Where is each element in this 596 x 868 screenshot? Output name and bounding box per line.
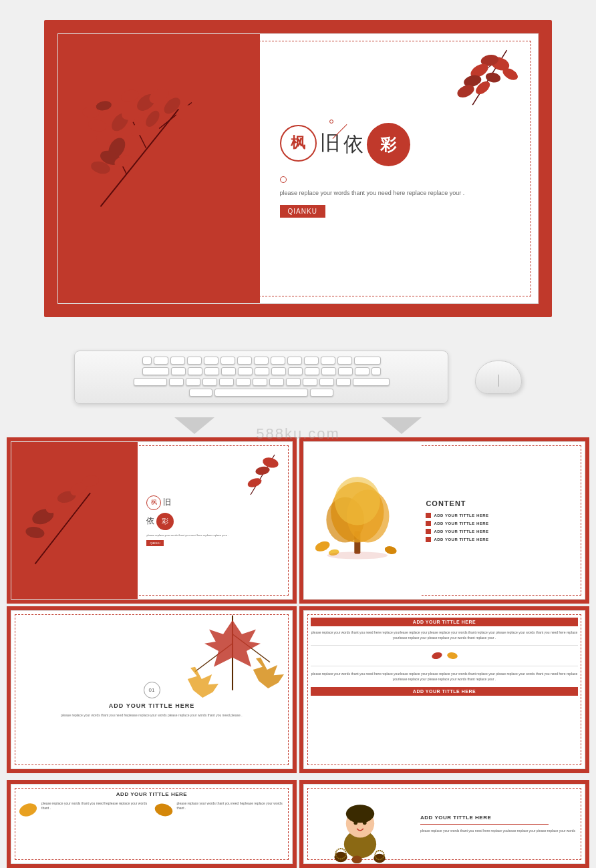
svg-point-36 bbox=[25, 525, 45, 539]
bottom-right-desc: please replace your words thant you need… bbox=[420, 828, 581, 833]
content-item-3: ADD YOUR TITTLE HERE bbox=[426, 529, 581, 534]
char-yi: 依 bbox=[343, 131, 363, 158]
svg-point-64 bbox=[353, 821, 357, 825]
bottom-slide-right[interactable]: ADD YOUR TITTLE HERE please replace your… bbox=[299, 780, 589, 868]
content-item-2: ADD YOUR TITTLE HERE bbox=[426, 521, 581, 526]
svg-point-50 bbox=[327, 552, 388, 559]
content-title: CONTENT bbox=[426, 499, 581, 507]
svg-point-63 bbox=[346, 805, 374, 823]
content-item-2-text: ADD YOUR TITTLE HERE bbox=[434, 521, 488, 525]
thumb-slide-1[interactable]: 枫 旧 依 彩 please replace your words thant … bbox=[7, 437, 297, 604]
bottom-slide-left[interactable]: ADD YOUR TITTLE HERE please replace your… bbox=[7, 780, 297, 868]
text-slide-body-2: please replace your words thant you need… bbox=[311, 671, 578, 682]
content-item-1: ADD YOUR TITTLE HERE bbox=[426, 513, 581, 518]
content-item-4-text: ADD YOUR TITTLE HERE bbox=[434, 537, 488, 541]
svg-point-65 bbox=[363, 821, 367, 825]
content-item-1-text: ADD YOUR TITTLE HERE bbox=[434, 513, 488, 517]
mouse bbox=[475, 361, 522, 394]
bottom-left-desc2: please replace your words thant you need… bbox=[177, 801, 286, 811]
svg-point-60 bbox=[154, 803, 174, 817]
thumb-slide-3[interactable]: 01 ADD YOUR TITTLE HERE please replace y… bbox=[7, 606, 297, 773]
svg-point-59 bbox=[18, 803, 38, 817]
main-preview-container: 枫 旧 依 彩 please replace your bbox=[44, 20, 552, 317]
thumb1-subtitle: please replace your words thant you need… bbox=[146, 533, 285, 537]
svg-point-47 bbox=[314, 539, 331, 554]
content-item-4: ADD YOUR TITTLE HERE bbox=[426, 537, 581, 542]
thumb1-btn: QIANKU bbox=[146, 540, 163, 546]
svg-point-12 bbox=[120, 88, 140, 104]
slides-grid: 枫 旧 依 彩 please replace your words thant … bbox=[0, 437, 596, 780]
chinese-title: 枫 旧 依 彩 bbox=[280, 120, 518, 166]
connector-triangles bbox=[0, 417, 596, 434]
svg-point-58 bbox=[446, 652, 458, 660]
text-slide-body-1: please replace your words thant you need… bbox=[311, 630, 578, 640]
text-slide-title-1: ADD YOUR TITTLE HERE bbox=[311, 618, 578, 626]
svg-marker-55 bbox=[188, 667, 218, 698]
chapter-number: 01 bbox=[144, 682, 160, 698]
keyboard-area bbox=[0, 337, 596, 417]
svg-point-68 bbox=[351, 855, 361, 863]
qianku-button[interactable]: QIANKU bbox=[280, 205, 325, 218]
content-item-3-text: ADD YOUR TITTLE HERE bbox=[434, 529, 488, 533]
svg-point-48 bbox=[384, 545, 398, 556]
bottom-left-desc1: please replace your words thant you need… bbox=[41, 801, 150, 811]
text-slide-title-2: ADD YOUR TITTLE HERE bbox=[311, 687, 578, 696]
bottom-left-title: ADD YOUR TITTLE HERE bbox=[18, 791, 285, 797]
bottom-right-title: ADD YOUR TITTLE HERE bbox=[420, 815, 581, 821]
thumb-slide-2[interactable]: CONTENT ADD YOUR TITTLE HERE ADD YOUR TI… bbox=[299, 437, 589, 604]
slide-content-right: 枫 旧 依 彩 please replace your bbox=[260, 34, 538, 303]
thumb-slide-4[interactable]: ADD YOUR TITTLE HERE please replace your… bbox=[299, 606, 589, 773]
char-feng-circle: 枫 bbox=[280, 125, 317, 162]
mouse-scroll bbox=[498, 375, 499, 387]
leaves-left-decoration bbox=[61, 37, 244, 239]
svg-marker-56 bbox=[253, 658, 284, 688]
svg-point-46 bbox=[335, 477, 380, 525]
char-cai-circle: 彩 bbox=[367, 123, 410, 166]
svg-point-57 bbox=[431, 652, 443, 660]
keyboard bbox=[74, 351, 448, 404]
chapter-title: ADD YOUR TITTLE HERE bbox=[109, 702, 194, 709]
chapter-desc: please replace your words thant you need… bbox=[61, 713, 242, 718]
slide-subtitle: please replace your words thant you need… bbox=[280, 188, 518, 198]
main-slide: 枫 旧 依 彩 please replace your bbox=[57, 33, 539, 304]
bottom-slides-grid: ADD YOUR TITTLE HERE please replace your… bbox=[0, 780, 596, 868]
